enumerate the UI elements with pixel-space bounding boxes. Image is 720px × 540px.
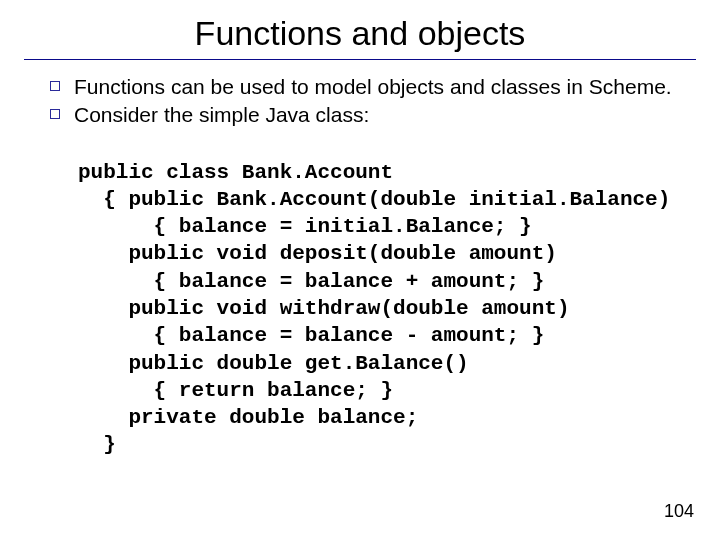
code-block: public class Bank.Account { public Bank.… [0,131,720,459]
bullet-text: Functions can be used to model objects a… [74,74,672,100]
square-bullet-icon [50,81,60,91]
bullet-text: Consider the simple Java class: [74,102,369,128]
page-number: 104 [664,501,694,522]
bullet-list: Functions can be used to model objects a… [0,74,720,129]
slide-title: Functions and objects [0,0,720,59]
slide: Functions and objects Functions can be u… [0,0,720,540]
title-underline [24,59,696,60]
bullet-item: Functions can be used to model objects a… [50,74,690,100]
square-bullet-icon [50,109,60,119]
bullet-item: Consider the simple Java class: [50,102,690,128]
